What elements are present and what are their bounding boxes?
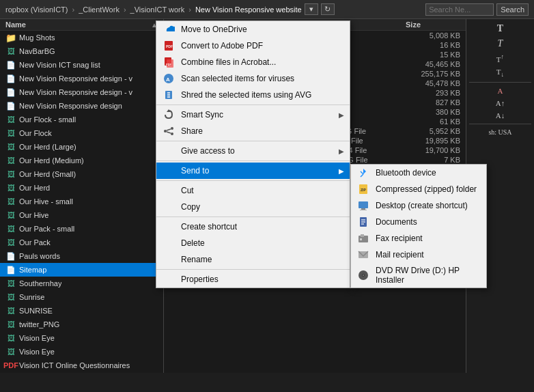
ri-size: 16 KB [406, 41, 460, 49]
cm-label: Properties [181, 275, 344, 284]
cm-label: Share [181, 126, 344, 136]
cm-mail-recipient[interactable]: Mail recipient [351, 247, 486, 263]
cm-scan-viruses[interactable]: A Scan selected items for viruses [156, 70, 350, 87]
cm-separator [156, 269, 350, 270]
list-item[interactable]: 🖼 Our Hive [0, 208, 163, 222]
cm-label: Smart Sync [181, 110, 333, 120]
shred-icon [162, 89, 175, 100]
cm-give-access[interactable]: Give access to ▶ [156, 143, 350, 159]
list-item[interactable]: 📄 New Vision Responsive design [0, 99, 163, 113]
cm-convert-pdf[interactable]: PDF Convert to Adobe PDF [156, 38, 350, 54]
list-item[interactable]: 🖼 Southernhay [0, 277, 163, 290]
font-italic-btn[interactable]: T [469, 37, 531, 51]
image-icon: 🖼 [5, 46, 16, 57]
cm-dvd-drive[interactable]: DVD RW Drive (D:) HP Installer [351, 263, 486, 288]
list-item[interactable]: 📄 New Vision Responsive design - v [0, 72, 163, 85]
cm-create-shortcut[interactable]: Create shortcut [156, 219, 350, 235]
list-item[interactable]: 🖼 Our Flock - small [0, 113, 163, 126]
cm-copy[interactable]: Copy [156, 199, 350, 215]
list-item[interactable]: 🖼 Our Herd (Medium) [0, 154, 163, 167]
font-size-up-btn[interactable]: T↑ [469, 52, 531, 65]
image-icon: 🖼 [5, 333, 16, 344]
cm-share[interactable]: Share [156, 123, 350, 139]
text-color-btn[interactable]: A [469, 85, 531, 96]
list-item[interactable]: 🖼 NavBarBG [0, 44, 163, 58]
font-bold-btn[interactable]: T [469, 22, 531, 36]
file-name: Vision Eye [19, 348, 55, 356]
cm-properties[interactable]: Properties [156, 271, 350, 288]
cm-bluetooth[interactable]: Bluetooth device [351, 165, 486, 181]
cm-separator [156, 160, 350, 161]
file-name: Sitemap [19, 266, 46, 274]
image-icon: 🖼 [5, 278, 16, 289]
dropdown-btn[interactable]: ▾ [305, 3, 318, 15]
cm-separator [156, 216, 350, 217]
list-item[interactable]: 📄 Pauls words [0, 249, 163, 263]
list-item[interactable]: 🖼 Our Pack [0, 236, 163, 249]
file-list-panel: Name ▲ 📁 Mug Shots 🖼 NavBarBG 📄 New Visi… [0, 19, 164, 373]
svg-line-17 [361, 171, 363, 174]
list-item[interactable]: 🖼 Our Hive - small [0, 195, 163, 208]
cm-smart-sync[interactable]: Smart Sync ▶ [156, 107, 350, 123]
cm-desktop-shortcut[interactable]: Desktop (create shortcut) [351, 197, 486, 214]
text-style-btn[interactable]: A↓ [469, 110, 531, 121]
search-button[interactable]: Search [496, 3, 529, 16]
cm-label: Create shortcut [181, 222, 344, 232]
list-item[interactable]: 🖼 SUNRISE [0, 304, 163, 318]
cm-label: Desktop (create shortcut) [376, 201, 481, 210]
pdf-convert-icon: PDF [162, 40, 175, 51]
breadcrumb-1: ropbox (VisionICT) [5, 5, 68, 14]
cm-shred-avg[interactable]: Shred the selected items using AVG [156, 87, 350, 103]
svg-rect-30 [360, 238, 362, 240]
list-item[interactable]: 📄 New Vision Responsive design - v [0, 85, 163, 99]
cm-delete[interactable]: Delete [156, 235, 350, 251]
list-item[interactable]: 🖼 twitter_PNG [0, 318, 163, 331]
svg-text:PDF: PDF [166, 44, 173, 48]
ri-size: 45,478 KB [406, 79, 460, 87]
list-item[interactable]: 📄 New Vision ICT snag list [0, 58, 163, 72]
cm-cut[interactable]: Cut [156, 182, 350, 199]
file-name: Vision Eye [19, 334, 55, 342]
ri-size: 45,465 KB [406, 60, 460, 68]
search-input[interactable] [425, 3, 494, 16]
cm-compressed-zip[interactable]: ZIP Compressed (zipped) folder [351, 181, 486, 197]
svg-point-13 [164, 130, 167, 132]
list-item[interactable]: 🖼 Sunrise [0, 290, 163, 304]
image-icon: 🖼 [5, 114, 16, 125]
list-item[interactable]: 🖼 Vision Eye [0, 331, 163, 345]
list-item-selected[interactable]: 📄 Sitemap [0, 263, 163, 277]
image-icon: 🖼 [5, 237, 16, 248]
list-item[interactable]: 🖼 Our Pack - small [0, 222, 163, 236]
file-name: Pauls words [19, 252, 60, 260]
text-align-btn[interactable]: A↑ [469, 98, 531, 109]
list-item[interactable]: 🖼 Our Flock [0, 126, 163, 140]
list-item[interactable]: 🖼 Our Herd (Small) [0, 167, 163, 181]
cm-fax-recipient[interactable]: Fax recipient [351, 230, 486, 247]
list-item[interactable]: 🖼 Our Herd [0, 181, 163, 195]
cm-move-to-onedrive[interactable]: Move to OneDrive [156, 21, 350, 38]
list-item[interactable]: 📁 Mug Shots [0, 31, 163, 44]
cm-documents[interactable]: Documents [351, 214, 486, 230]
cm-combine-acrobat[interactable]: PDF Combine files in Acrobat... [156, 54, 350, 70]
image-icon: 🖼 [5, 141, 16, 152]
cm-send-to[interactable]: Send to ▶ [156, 163, 350, 179]
region-btn[interactable]: sh: USA [469, 127, 531, 137]
cm-rename[interactable]: Rename [156, 251, 350, 268]
generic-icon: 📄 [5, 264, 16, 275]
generic-icon: 📄 [5, 87, 16, 98]
font-size-down-btn[interactable]: T↓ [469, 66, 531, 79]
delete-icon [162, 238, 175, 249]
list-item[interactable]: 🖼 Vision Eye [0, 345, 163, 359]
file-name: NavBarBG [19, 47, 55, 55]
combine-icon: PDF [162, 57, 175, 68]
list-item[interactable]: 🖼 Our Herd (Large) [0, 140, 163, 154]
cm-label: Shred the selected items using AVG [181, 90, 344, 100]
refresh-btn[interactable]: ↻ [321, 3, 335, 15]
svg-text:ZIP: ZIP [361, 188, 366, 192]
cm-label: Cut [181, 186, 344, 195]
cm-separator [156, 104, 350, 105]
bluetooth-icon [356, 167, 370, 178]
svg-point-12 [171, 127, 173, 130]
search-area: Search [425, 3, 529, 16]
list-item[interactable]: PDF Vision ICT Online Questionnaires [0, 359, 163, 372]
